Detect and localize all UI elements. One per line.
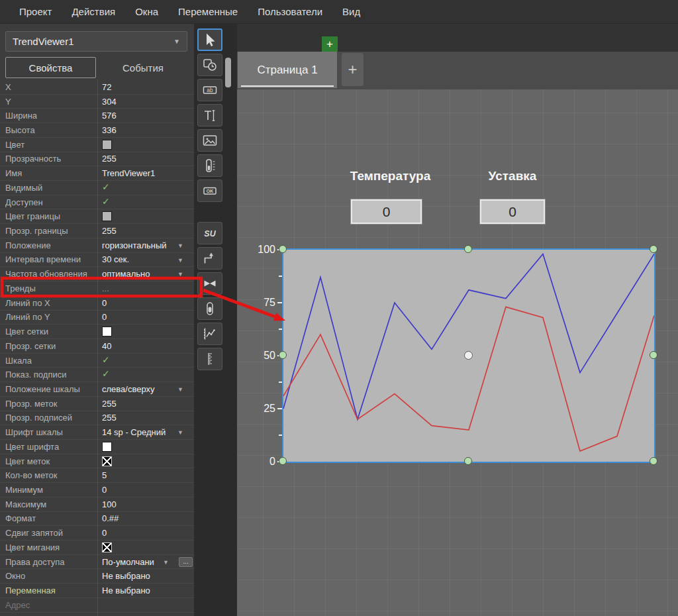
new-page-tab-button[interactable]: + (342, 53, 363, 86)
selection-handle[interactable] (279, 351, 287, 359)
property-label: Высота (5, 125, 95, 135)
valve-tool-button[interactable] (197, 272, 222, 295)
property-value[interactable]: 336 (102, 125, 117, 135)
chevron-down-icon[interactable]: ▼ (163, 559, 169, 566)
property-value[interactable]: 0 (102, 528, 107, 538)
property-value[interactable]: оптимально (102, 269, 150, 279)
logo-tool-button[interactable]: SU (197, 222, 222, 244)
chevron-down-icon[interactable]: ▼ (177, 257, 183, 264)
color-swatch[interactable] (102, 327, 112, 336)
chevron-down-icon[interactable]: ▼ (177, 271, 183, 278)
property-label: Окно (5, 571, 95, 581)
chevron-down-icon[interactable]: ▼ (177, 242, 183, 249)
property-label: Прозр. границы (5, 226, 95, 236)
color-swatch[interactable] (102, 442, 112, 452)
menu-item-0[interactable]: Проект (9, 0, 62, 24)
selection-handle[interactable] (650, 457, 657, 465)
trend-viewer-widget[interactable] (283, 250, 654, 462)
chevron-down-icon[interactable]: ▼ (177, 386, 183, 393)
page-tab-label: Страница 1 (257, 64, 317, 77)
menu-item-2[interactable]: Окна (125, 0, 168, 24)
temperature-label-widget[interactable]: Температура (349, 169, 432, 183)
checkmark-icon[interactable]: ✓ (102, 181, 110, 192)
property-value[interactable]: 255 (102, 226, 117, 236)
object-selector-dropdown[interactable]: TrendViewer1 ▼ (5, 31, 187, 52)
color-swatch[interactable] (102, 211, 112, 221)
selection-handle[interactable] (464, 457, 472, 465)
tab-properties[interactable]: Свойства (5, 57, 96, 78)
label-tool-button[interactable]: ab (197, 79, 222, 101)
property-value[interactable]: 72 (102, 82, 111, 92)
property-value[interactable]: 14 sp - Средний (102, 427, 166, 437)
selection-handle[interactable] (464, 245, 472, 253)
page-tab-active[interactable]: Страница 1 (238, 52, 337, 88)
text-tool-button[interactable] (197, 104, 222, 127)
pipe-tool-button[interactable] (197, 247, 222, 270)
selection-handle[interactable] (650, 245, 657, 253)
center-handle[interactable] (464, 351, 473, 360)
property-value[interactable]: 0 (102, 485, 107, 495)
property-value[interactable]: 0.## (102, 513, 119, 523)
trend-tool-button[interactable] (197, 323, 222, 345)
temperature-value-box[interactable]: 0 (351, 199, 422, 224)
selection-handle[interactable] (279, 457, 287, 465)
property-label: Прозр. меток (5, 399, 95, 409)
su-logo-icon: SU (202, 225, 218, 241)
ok-button-icon: OK (202, 183, 218, 199)
more-options-button[interactable]: ... (179, 557, 193, 567)
property-value[interactable]: 255 (102, 154, 117, 164)
checkmark-icon[interactable]: ✓ (102, 196, 110, 207)
gauge-tool-button[interactable] (197, 154, 222, 177)
selection-handle[interactable] (650, 351, 657, 359)
scada-editor-window: ПроектДействияОкнаПеременныеПользователи… (0, 0, 678, 616)
checkmark-icon[interactable]: ✓ (102, 368, 110, 379)
property-label: Переменная (5, 586, 95, 595)
color-swatch[interactable] (102, 456, 112, 466)
property-value[interactable]: Не выбрано (102, 571, 150, 581)
property-value[interactable]: По-умолчани (102, 557, 154, 567)
add-page-button[interactable]: + (322, 36, 338, 52)
property-value[interactable]: 304 (102, 97, 117, 107)
property-value[interactable]: горизонтальный (102, 240, 167, 250)
property-label: Кол-во меток (5, 470, 95, 480)
property-value[interactable]: слева/сверху (102, 384, 155, 394)
selection-handle[interactable] (279, 245, 287, 253)
setpoint-label-widget[interactable]: Уставка (485, 169, 540, 183)
capsule-tool-button[interactable] (197, 297, 222, 320)
trend-red-line (283, 307, 654, 451)
tab-events[interactable]: События (97, 57, 189, 78)
property-value[interactable]: Не выбрано (102, 586, 150, 595)
design-canvas[interactable]: Температура Уставка 0 0 1007550250 (237, 89, 678, 616)
menu-item-5[interactable]: Вид (332, 0, 370, 24)
chevron-down-icon[interactable]: ▼ (177, 429, 183, 436)
color-swatch[interactable] (102, 140, 112, 150)
menu-item-4[interactable]: Пользователи (248, 0, 332, 24)
property-value[interactable]: 40 (102, 341, 111, 351)
toolbar-scrollbar[interactable] (225, 58, 231, 87)
timer-shape-tool-button[interactable] (197, 54, 222, 76)
property-value[interactable]: 0 (102, 312, 107, 322)
property-value[interactable]: 5 (102, 470, 107, 480)
color-swatch[interactable] (102, 542, 112, 552)
property-value[interactable]: 30 сек. (102, 254, 129, 264)
menu-item-1[interactable]: Действия (62, 0, 125, 24)
property-value[interactable]: ... (102, 283, 109, 293)
checkmark-icon[interactable]: ✓ (102, 354, 110, 365)
property-label: Максимум (5, 499, 95, 509)
property-value[interactable]: TrendViewer1 (102, 168, 155, 178)
property-value[interactable]: 576 (102, 111, 117, 121)
property-value[interactable]: 0 (102, 298, 107, 308)
image-tool-button[interactable] (197, 129, 222, 152)
ok-button-tool-button[interactable]: OK (197, 180, 222, 202)
ruler-tool-button[interactable] (197, 348, 222, 370)
property-label: X (5, 82, 95, 92)
property-label: Прозр. подписей (5, 413, 95, 423)
property-value[interactable]: 255 (102, 413, 117, 423)
select-tool-button[interactable] (197, 28, 222, 51)
property-value[interactable]: 255 (102, 399, 117, 409)
svg-text:SU: SU (204, 229, 216, 238)
property-label: Прозрачность (5, 154, 95, 164)
property-value[interactable]: 100 (102, 499, 117, 509)
setpoint-value-box[interactable]: 0 (480, 199, 545, 224)
menu-item-3[interactable]: Переменные (168, 0, 248, 24)
